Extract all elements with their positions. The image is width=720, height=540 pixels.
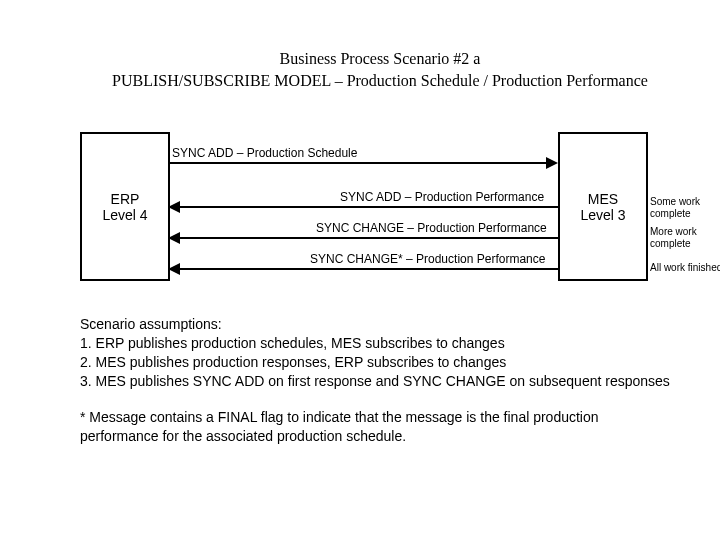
mes-label-2: Level 3: [580, 207, 625, 223]
note-1a: Some work: [650, 196, 700, 207]
assumptions-heading: Scenario assumptions:: [80, 315, 680, 334]
arrow-2-head: [168, 201, 180, 213]
title-line1: Business Process Scenario #2 a: [280, 50, 481, 67]
mes-box: MES Level 3: [558, 132, 648, 281]
arrow-4-head: [168, 263, 180, 275]
erp-box: ERP Level 4: [80, 132, 170, 281]
note-2: More work complete: [650, 226, 697, 249]
note-2a: More work: [650, 226, 697, 237]
arrow-4-label: SYNC CHANGE* – Production Performance: [310, 252, 545, 266]
note-1: Some work complete: [650, 196, 700, 219]
arrow-2-label: SYNC ADD – Production Performance: [340, 190, 544, 204]
arrow-3-line: [180, 237, 558, 239]
diagram-title: Business Process Scenario #2 a PUBLISH/S…: [80, 48, 680, 93]
note-1b: complete: [650, 208, 691, 219]
mes-label-1: MES: [588, 191, 618, 207]
arrow-1-label: SYNC ADD – Production Schedule: [172, 146, 357, 160]
erp-label-2: Level 4: [102, 207, 147, 223]
assumption-1: 1. ERP publishes production schedules, M…: [80, 334, 680, 353]
arrow-1-head: [546, 157, 558, 169]
note-3: All work finished: [650, 262, 720, 274]
note-2b: complete: [650, 238, 691, 249]
title-line2: PUBLISH/SUBSCRIBE MODEL – Production Sch…: [112, 72, 648, 89]
erp-label-1: ERP: [111, 191, 140, 207]
arrow-2-line: [180, 206, 558, 208]
arrow-3-label: SYNC CHANGE – Production Performance: [316, 221, 547, 235]
arrow-3-head: [168, 232, 180, 244]
assumption-2: 2. MES publishes production responses, E…: [80, 353, 680, 372]
assumptions-block: Scenario assumptions: 1. ERP publishes p…: [80, 315, 680, 391]
assumption-3: 3. MES publishes SYNC ADD on first respo…: [80, 372, 680, 391]
arrow-1-line: [168, 162, 546, 164]
arrow-4-line: [180, 268, 558, 270]
footnote: * Message contains a FINAL flag to indic…: [80, 408, 660, 446]
